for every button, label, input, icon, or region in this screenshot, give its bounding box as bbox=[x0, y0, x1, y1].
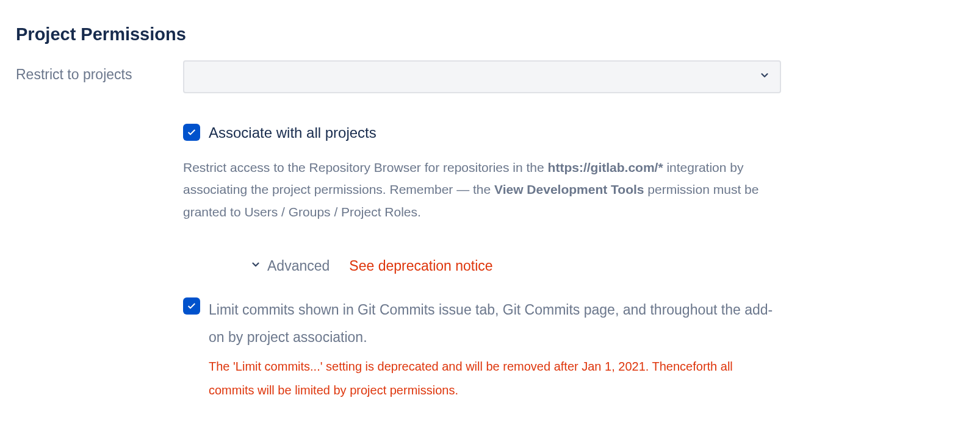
chevron-down-icon bbox=[250, 259, 261, 273]
advanced-row: Advanced See deprecation notice bbox=[183, 258, 781, 274]
advanced-label: Advanced bbox=[267, 258, 330, 274]
help-pre: Restrict access to the Repository Browse… bbox=[183, 160, 548, 174]
limit-row: Limit commits shown in Git Commits issue… bbox=[183, 296, 781, 351]
advanced-toggle[interactable]: Advanced bbox=[250, 258, 330, 274]
restrict-label-col: Restrict to projects bbox=[16, 60, 167, 83]
restrict-select[interactable] bbox=[183, 60, 781, 93]
restrict-select-wrap bbox=[183, 60, 781, 93]
restrict-content-col: Associate with all projects Restrict acc… bbox=[183, 60, 781, 402]
restrict-row: Restrict to projects Associate with all … bbox=[16, 60, 964, 402]
check-icon bbox=[187, 301, 196, 311]
limit-checkbox[interactable] bbox=[183, 297, 200, 315]
associate-checkbox[interactable] bbox=[183, 124, 200, 141]
limit-deprecation-message: The 'Limit commits...' setting is deprec… bbox=[209, 355, 781, 402]
check-icon bbox=[187, 127, 196, 137]
deprecation-link[interactable]: See deprecation notice bbox=[349, 258, 492, 274]
associate-row: Associate with all projects bbox=[183, 123, 781, 143]
associate-label: Associate with all projects bbox=[209, 123, 377, 143]
associate-help: Restrict access to the Repository Browse… bbox=[183, 157, 781, 224]
help-bold-url: https://gitlab.com/* bbox=[548, 160, 663, 174]
limit-label: Limit commits shown in Git Commits issue… bbox=[209, 296, 781, 351]
help-bold-permission: View Development Tools bbox=[494, 182, 644, 196]
section-title: Project Permissions bbox=[16, 24, 964, 44]
restrict-label: Restrict to projects bbox=[16, 66, 132, 82]
